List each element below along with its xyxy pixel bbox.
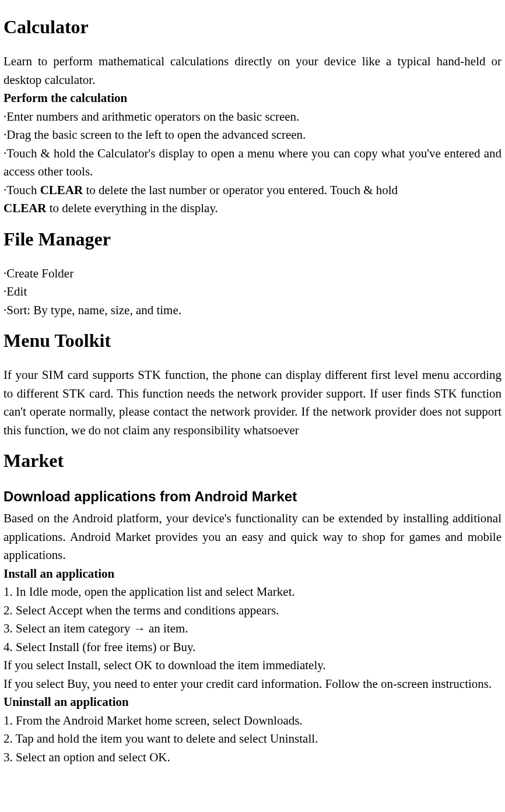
install-heading: Install an application — [3, 565, 502, 583]
install-step-1: 1. In Idle mode, open the application li… — [3, 583, 502, 602]
uninstall-step-2: 2. Tap and hold the item you want to del… — [3, 730, 502, 748]
install-note-2: If you select Buy, you need to enter you… — [3, 675, 502, 694]
calc-bullet-3: ·Touch & hold the Calculator's display t… — [3, 145, 502, 181]
calc-bullet-5: CLEAR to delete everything in the displa… — [3, 199, 502, 218]
install-note-1: If you select Install, select OK to down… — [3, 656, 502, 675]
menutoolkit-text: If your SIM card supports STK function, … — [3, 366, 502, 440]
calc-bullet-4: ·Touch CLEAR to delete the last number o… — [3, 181, 502, 200]
calc-bullet-1: ·Enter numbers and arithmetic operators … — [3, 108, 502, 126]
fm-bullet-1: ·Create Folder — [3, 265, 502, 283]
install-step-3: 3. Select an item category → an item. — [3, 620, 502, 638]
market-heading: Market — [3, 447, 502, 474]
market-subheading: Download applications from Android Marke… — [3, 486, 502, 507]
calc-bullet-2: ·Drag the basic screen to the left to op… — [3, 126, 502, 145]
clear-label-1: CLEAR — [40, 183, 83, 197]
calculator-intro: Learn to perform mathematical calculatio… — [3, 52, 502, 89]
install-step-2: 2. Select Accept when the terms and cond… — [3, 602, 502, 620]
fm-bullet-3: ·Sort: By type, name, size, and time. — [3, 301, 502, 320]
uninstall-heading: Uninstall an application — [3, 693, 502, 712]
clear-label-2: CLEAR — [3, 201, 47, 215]
install-step-4: 4. Select Install (for free items) or Bu… — [3, 638, 502, 657]
uninstall-step-1: 1. From the Android Market home screen, … — [3, 712, 502, 730]
filemanager-heading: File Manager — [3, 225, 502, 253]
perform-calculation-heading: Perform the calculation — [3, 89, 502, 108]
menutoolkit-heading: Menu Toolkit — [3, 326, 502, 354]
fm-bullet-2: ·Edit — [3, 283, 502, 301]
market-intro: Based on the Android platform, your devi… — [3, 509, 502, 565]
uninstall-step-3: 3. Select an option and select OK. — [3, 748, 502, 767]
calculator-heading: Calculator — [3, 13, 502, 41]
